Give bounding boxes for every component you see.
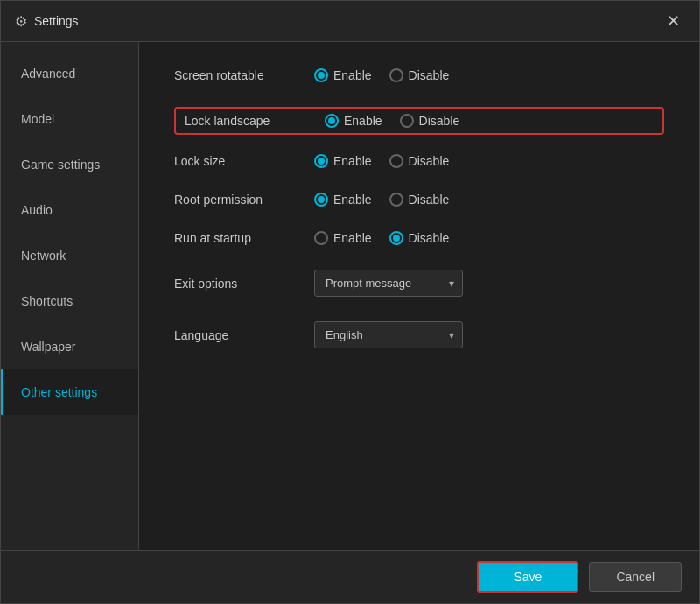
root-permission-disable-radio[interactable] bbox=[389, 193, 403, 207]
root-permission-radio-group: Enable Disable bbox=[314, 193, 449, 207]
lock-size-disable[interactable]: Disable bbox=[389, 154, 450, 168]
language-row: Language English Chinese Japanese Korean… bbox=[174, 321, 664, 348]
lock-landscape-enable[interactable]: Enable bbox=[325, 114, 382, 128]
language-label: Language bbox=[174, 328, 314, 342]
lock-size-row: Lock size Enable Disable bbox=[174, 154, 664, 168]
sidebar: Advanced Model Game settings Audio Netwo… bbox=[1, 42, 139, 550]
lock-landscape-disable[interactable]: Disable bbox=[400, 114, 460, 128]
sidebar-item-wallpaper[interactable]: Wallpaper bbox=[1, 324, 138, 369]
gear-icon: ⚙ bbox=[15, 13, 27, 30]
lock-landscape-enable-radio[interactable] bbox=[325, 114, 339, 128]
window-title: Settings bbox=[34, 14, 662, 28]
screen-rotatable-enable[interactable]: Enable bbox=[314, 68, 372, 82]
sidebar-item-advanced[interactable]: Advanced bbox=[1, 51, 138, 96]
root-permission-enable-radio[interactable] bbox=[314, 193, 328, 207]
sidebar-item-game-settings[interactable]: Game settings bbox=[1, 142, 138, 187]
run-at-startup-row: Run at startup Enable Disable bbox=[174, 231, 664, 245]
root-permission-row: Root permission Enable Disable bbox=[174, 193, 664, 207]
lock-size-enable[interactable]: Enable bbox=[314, 154, 372, 168]
screen-rotatable-enable-radio[interactable] bbox=[314, 68, 328, 82]
run-at-startup-disable-radio[interactable] bbox=[389, 231, 403, 245]
screen-rotatable-row: Screen rotatable Enable Disable bbox=[174, 68, 664, 82]
exit-options-select[interactable]: Prompt message Minimize Exit bbox=[314, 270, 463, 297]
content-area: Advanced Model Game settings Audio Netwo… bbox=[1, 42, 699, 550]
run-at-startup-enable[interactable]: Enable bbox=[314, 231, 372, 245]
footer: Save Cancel bbox=[1, 550, 699, 603]
save-button[interactable]: Save bbox=[477, 561, 578, 593]
lock-size-disable-radio[interactable] bbox=[389, 154, 403, 168]
exit-options-row: Exit options Prompt message Minimize Exi… bbox=[174, 270, 664, 297]
lock-landscape-label: Lock landscape bbox=[185, 114, 325, 128]
lock-landscape-radio-group: Enable Disable bbox=[325, 114, 459, 128]
root-permission-disable[interactable]: Disable bbox=[389, 193, 450, 207]
exit-options-dropdown-wrapper: Prompt message Minimize Exit ▾ bbox=[314, 270, 463, 297]
sidebar-item-other-settings[interactable]: Other settings bbox=[1, 369, 138, 415]
screen-rotatable-radio-group: Enable Disable bbox=[314, 68, 449, 82]
settings-dialog: ⚙ Settings ✕ Advanced Model Game setting… bbox=[0, 0, 700, 604]
close-button[interactable]: ✕ bbox=[662, 10, 685, 32]
screen-rotatable-disable[interactable]: Disable bbox=[389, 68, 450, 82]
main-content: Screen rotatable Enable Disable Lock lan… bbox=[139, 42, 699, 550]
lock-size-radio-group: Enable Disable bbox=[314, 154, 449, 168]
title-bar: ⚙ Settings ✕ bbox=[1, 1, 699, 42]
sidebar-item-audio[interactable]: Audio bbox=[1, 187, 138, 233]
run-at-startup-radio-group: Enable Disable bbox=[314, 231, 449, 245]
root-permission-enable[interactable]: Enable bbox=[314, 193, 372, 207]
root-permission-label: Root permission bbox=[174, 193, 314, 207]
sidebar-item-network[interactable]: Network bbox=[1, 233, 138, 278]
run-at-startup-label: Run at startup bbox=[174, 231, 314, 245]
lock-size-enable-radio[interactable] bbox=[314, 154, 328, 168]
exit-options-label: Exit options bbox=[174, 277, 314, 291]
run-at-startup-enable-radio[interactable] bbox=[314, 231, 328, 245]
sidebar-item-shortcuts[interactable]: Shortcuts bbox=[1, 278, 138, 324]
screen-rotatable-disable-radio[interactable] bbox=[389, 68, 403, 82]
cancel-button[interactable]: Cancel bbox=[589, 562, 682, 592]
lock-size-label: Lock size bbox=[174, 154, 314, 168]
lock-landscape-disable-radio[interactable] bbox=[400, 114, 414, 128]
screen-rotatable-label: Screen rotatable bbox=[174, 68, 314, 82]
sidebar-item-model[interactable]: Model bbox=[1, 96, 138, 142]
language-dropdown-wrapper: English Chinese Japanese Korean ▾ bbox=[314, 321, 463, 348]
language-select[interactable]: English Chinese Japanese Korean bbox=[314, 321, 463, 348]
run-at-startup-disable[interactable]: Disable bbox=[389, 231, 450, 245]
lock-landscape-row: Lock landscape Enable Disable bbox=[174, 107, 664, 135]
